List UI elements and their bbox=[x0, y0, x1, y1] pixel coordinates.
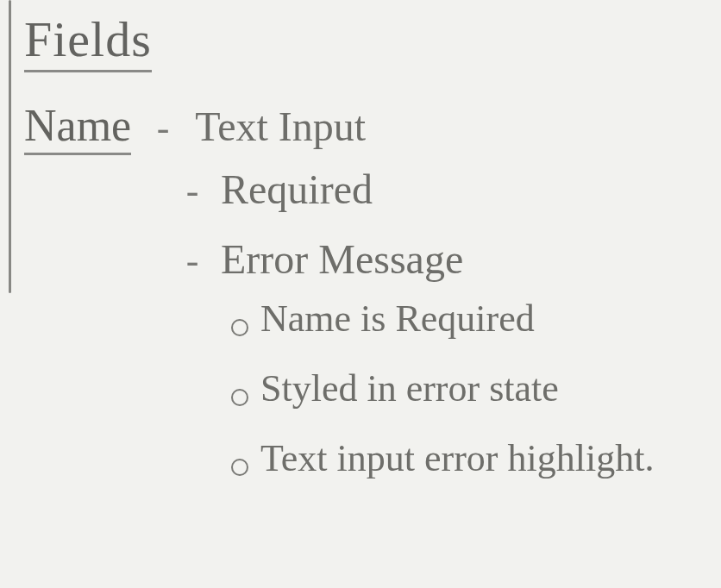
dash-icon: - bbox=[179, 239, 205, 283]
circle-bullet-icon bbox=[231, 319, 248, 336]
notes-content: Fields Name - Text Input - Required - Er… bbox=[0, 0, 721, 482]
field-attribute-row: - Required bbox=[179, 166, 721, 213]
error-item-text: Text input error highlight. bbox=[260, 435, 654, 482]
error-item-row: Name is Required bbox=[231, 295, 721, 342]
field-row: Name - Text Input bbox=[24, 100, 721, 155]
error-section-row: - Error Message bbox=[179, 235, 721, 283]
dash-icon: - bbox=[150, 106, 176, 150]
field-attribute: Required bbox=[221, 166, 373, 213]
error-item-text: Styled in error state bbox=[260, 365, 559, 412]
dash-icon: - bbox=[179, 169, 205, 213]
error-section-label: Error Message bbox=[221, 235, 463, 283]
error-item-row: Styled in error state bbox=[231, 365, 721, 412]
error-item-row: Text input error highlight. bbox=[231, 435, 721, 482]
circle-bullet-icon bbox=[231, 459, 248, 476]
field-attribute: Text Input bbox=[195, 103, 366, 150]
error-item-text: Name is Required bbox=[260, 295, 535, 342]
field-name-label: Name bbox=[24, 100, 131, 155]
section-heading: Fields bbox=[24, 10, 152, 72]
circle-bullet-icon bbox=[231, 389, 248, 406]
